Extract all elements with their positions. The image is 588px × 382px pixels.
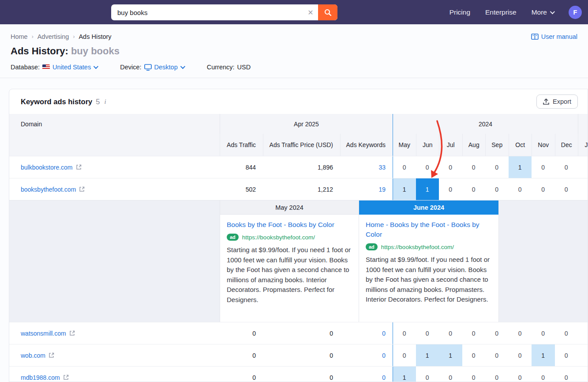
external-link-icon[interactable] [49,352,54,358]
month-cell[interactable]: 0 [462,322,486,344]
month-cell[interactable]: 1 [439,344,462,366]
table-row: bulkbookstore.com 844 1,896 33 0 0 0 0 0… [9,156,588,178]
month-cell[interactable]: 0 [555,367,578,382]
month-cell[interactable]: 1 [393,178,416,200]
panel-filler [499,200,588,322]
month-cell[interactable]: 0 [532,367,555,382]
user-avatar[interactable]: F [569,6,582,19]
ads-keywords-link[interactable]: 0 [382,352,386,359]
ads-keywords-link[interactable]: 0 [382,374,386,381]
external-link-icon[interactable] [63,374,69,380]
month-cell[interactable]: 0 [439,367,462,382]
month-cell[interactable]: 1 [416,344,439,366]
month-cell[interactable]: 0 [393,156,416,178]
column-header-month: Sep [485,134,509,156]
month-cell[interactable]: 0 [485,344,509,366]
column-header-month: Jan [578,134,588,156]
month-cell[interactable]: 0 [485,178,509,200]
month-cell[interactable]: 0 [578,178,588,200]
month-cell[interactable]: 0 [485,156,509,178]
external-link-icon[interactable] [76,164,82,170]
clear-search-icon[interactable]: ✕ [303,8,318,17]
month-cell[interactable]: 0 [416,367,439,382]
column-header-ads-traffic: Ads Traffic [220,134,263,156]
domain-link[interactable]: booksbythefoot.com [21,186,76,193]
external-link-icon[interactable] [69,330,75,336]
domain-link[interactable]: watsonsmill.com [21,330,66,337]
filter-bar: Database: United States Device: Desktop … [0,57,588,71]
currency-value: USD [237,64,251,71]
month-cell[interactable]: 0 [462,156,486,178]
column-group-apr-2025: Apr 2025 [220,114,393,134]
month-cell[interactable]: 0 [462,344,486,366]
nav-pricing[interactable]: Pricing [449,8,470,16]
ads-keywords-link[interactable]: 33 [378,164,386,171]
month-cell[interactable]: 0 [578,367,588,382]
month-cell[interactable]: 0 [485,367,509,382]
ads-keywords-link[interactable]: 19 [378,186,386,193]
month-cell[interactable]: 0 [509,178,532,200]
month-cell-selected[interactable]: 1 [416,178,439,200]
search-input[interactable] [111,9,303,16]
month-cell[interactable]: 1 [509,156,532,178]
export-button[interactable]: Export [536,95,578,109]
month-cell[interactable]: 0 [555,156,578,178]
top-navbar: ✕ Pricing Enterprise More F [0,0,588,24]
ads-traffic-price-value: 1,896 [263,156,340,178]
ads-keywords-link[interactable]: 0 [382,330,386,337]
info-icon[interactable]: i [104,98,106,106]
month-cell[interactable]: 0 [509,367,532,382]
month-cell[interactable]: 1 [393,367,416,382]
breadcrumb-separator: › [73,34,75,40]
month-cell[interactable]: 1 [532,344,555,366]
month-cell[interactable]: 0 [416,156,439,178]
user-manual-link[interactable]: User manual [531,33,577,40]
month-cell[interactable]: 0 [555,344,578,366]
month-cell[interactable]: 0 [532,322,555,344]
database-label: Database: [11,64,40,71]
ad-title-link[interactable]: Home - Books by the Foot - Books by Colo… [366,220,492,239]
month-cell[interactable]: 0 [555,178,578,200]
month-cell[interactable]: 0 [393,322,416,344]
ad-title-link[interactable]: Books by the Foot - Books by Color [227,220,352,230]
month-cell[interactable]: 0 [439,178,462,200]
month-cell[interactable]: 0 [509,322,532,344]
currency-label: Currency: [207,64,235,71]
domain-link[interactable]: mdb1988.com [21,374,60,381]
domain-link[interactable]: wob.com [21,352,45,359]
ad-display-url: https://booksbythefoot.com/ [242,234,315,241]
external-link-icon[interactable] [79,186,85,192]
ads-traffic-price-value: 0 [263,367,340,382]
month-cell[interactable]: 0 [578,322,588,344]
ads-traffic-price-value: 0 [263,322,340,344]
month-cell[interactable]: 0 [439,156,462,178]
domain-link[interactable]: bulkbookstore.com [21,164,73,171]
nav-enterprise[interactable]: Enterprise [485,8,517,16]
month-cell[interactable]: 0 [416,322,439,344]
desktop-icon [144,64,152,71]
breadcrumb-home[interactable]: Home [11,33,28,40]
device-value: Desktop [154,64,178,71]
month-cell[interactable]: 0 [532,178,555,200]
month-cell[interactable]: 0 [462,178,486,200]
device-label: Device: [120,64,141,71]
card-title: Keyword ads history [21,98,92,106]
month-cell[interactable]: 0 [532,156,555,178]
database-selector[interactable]: United States [42,64,97,71]
month-cell[interactable]: 0 [485,322,509,344]
search-button[interactable] [318,4,337,20]
month-cell[interactable]: 0 [393,344,416,366]
nav-more[interactable]: More [532,8,554,16]
month-cell[interactable]: 0 [462,367,486,382]
month-cell[interactable]: 0 [578,344,588,366]
column-header-month: Nov [532,134,555,156]
device-selector[interactable]: Desktop [144,64,184,71]
month-cell[interactable]: 0 [509,344,532,366]
breadcrumb-advertising[interactable]: Advertising [37,33,69,40]
column-group-2024: 2024 [393,114,578,134]
page-title: Ads History: buy books [0,40,588,57]
month-cell[interactable]: 0 [439,322,462,344]
month-cell[interactable]: 0 [578,156,588,178]
month-cell[interactable]: 0 [555,322,578,344]
table-row: booksbythefoot.com 502 1,212 19 1 1 0 0 … [9,178,588,200]
